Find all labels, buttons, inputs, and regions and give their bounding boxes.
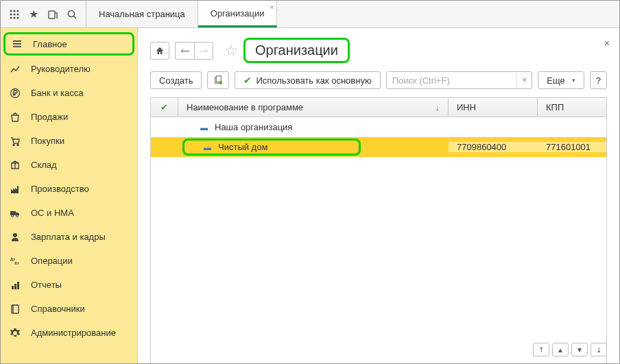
tab-organizations[interactable]: Организации × xyxy=(198,1,278,27)
close-panel-icon[interactable]: × xyxy=(604,38,610,49)
help-label: ? xyxy=(596,75,601,86)
title-highlight: Организации xyxy=(243,38,350,63)
sidebar-item-bank[interactable]: Банк и касса xyxy=(1,81,137,105)
scroll-top-button[interactable]: ⤒ xyxy=(533,343,549,356)
create-button-label: Создать xyxy=(159,75,193,86)
star-icon[interactable]: ★ xyxy=(25,6,42,23)
svg-point-17 xyxy=(17,144,19,145)
svg-text:Кт: Кт xyxy=(14,260,19,265)
back-button[interactable]: 🡐 xyxy=(175,42,194,60)
column-name-label: Наименование в программе xyxy=(187,102,303,112)
home-button[interactable] xyxy=(150,42,169,60)
create-button[interactable]: Создать xyxy=(150,71,202,89)
use-as-main-label: Использовать как основную xyxy=(256,75,371,86)
table-row[interactable]: ▬ Наша организация xyxy=(151,117,606,137)
menu-icon xyxy=(11,38,23,50)
gear-icon xyxy=(9,327,21,339)
column-check[interactable]: ✔ xyxy=(151,98,178,117)
table-row-selected[interactable]: ▬ Чистый дом 7709860400 771601001 xyxy=(151,137,606,157)
sidebar-item-label: Продажи xyxy=(31,112,68,122)
svg-text:+: + xyxy=(219,80,222,84)
svg-rect-25 xyxy=(14,284,16,289)
tab-organizations-label: Организации xyxy=(211,8,265,19)
svg-point-21 xyxy=(13,233,17,237)
use-as-main-button[interactable]: ✔ Использовать как основную xyxy=(235,71,380,89)
row-inn-value: 7709860400 xyxy=(449,142,538,152)
svg-rect-26 xyxy=(17,282,19,289)
sidebar-item-manager[interactable]: Руководителю xyxy=(1,57,137,81)
column-name[interactable]: Наименование в программе ↓ xyxy=(178,98,449,117)
person-icon xyxy=(9,231,21,243)
row-name-label: Чистый дом xyxy=(218,142,267,152)
sidebar-item-production[interactable]: Производство xyxy=(1,177,137,201)
tab-close-icon[interactable]: × xyxy=(270,3,274,11)
apps-icon[interactable] xyxy=(6,6,23,23)
forward-button[interactable]: 🡒 xyxy=(194,42,213,60)
search-icon[interactable] xyxy=(64,6,80,23)
sidebar-item-operations[interactable]: ДтКт Операции xyxy=(1,249,137,273)
reports-icon xyxy=(9,279,21,291)
svg-rect-24 xyxy=(12,286,14,289)
main-header: 🡐 🡒 ☆ Организации xyxy=(138,28,619,70)
help-button[interactable]: ? xyxy=(590,71,607,89)
scroll-bottom-button[interactable]: ⤓ xyxy=(591,343,607,356)
tabs: Начальная страница Организации × xyxy=(86,1,277,27)
search-clear-icon[interactable]: × xyxy=(516,74,529,86)
svg-point-10 xyxy=(69,10,75,16)
sidebar-item-label: Склад xyxy=(31,160,57,170)
scroll-up-button[interactable]: ▲ xyxy=(552,343,569,356)
sidebar-item-warehouse[interactable]: Склад xyxy=(1,153,137,177)
sidebar-item-admin[interactable]: Администрирование xyxy=(1,321,137,345)
main-panel: × 🡐 🡒 ☆ Организации Создать + ✔ Использо… xyxy=(138,28,619,364)
sidebar-item-label: Главное xyxy=(33,39,67,49)
ruble-icon xyxy=(9,87,21,99)
truck-icon xyxy=(9,207,21,219)
sidebar-item-directories[interactable]: Справочники xyxy=(1,297,137,321)
row-name-highlight: ▬ Чистый дом xyxy=(182,138,361,156)
svg-point-1 xyxy=(13,10,15,12)
svg-point-16 xyxy=(13,144,14,145)
toolbar-row: Создать + ✔ Использовать как основную × … xyxy=(138,70,619,97)
svg-line-11 xyxy=(74,16,77,19)
row-name-label: Наша организация xyxy=(215,122,292,132)
factory-icon xyxy=(9,183,21,195)
scroll-down-button[interactable]: ▼ xyxy=(571,343,588,356)
column-inn[interactable]: ИНН xyxy=(449,98,538,117)
column-kpp[interactable]: КПП xyxy=(538,98,606,117)
column-inn-label: ИНН xyxy=(457,102,476,112)
svg-point-8 xyxy=(16,16,19,19)
favorite-star-icon[interactable]: ☆ xyxy=(224,42,238,60)
search-box[interactable]: × xyxy=(386,71,533,89)
sidebar-item-reports[interactable]: Отчеты xyxy=(1,273,137,297)
sidebar-item-label: Покупки xyxy=(31,136,64,146)
svg-rect-9 xyxy=(49,11,55,19)
search-input[interactable] xyxy=(392,75,517,86)
sidebar-item-sales[interactable]: Продажи xyxy=(1,105,137,129)
chart-icon xyxy=(9,63,21,75)
content-area: Главное Руководителю Банк и касса Продаж… xyxy=(1,28,619,364)
table-header: ✔ Наименование в программе ↓ ИНН КПП xyxy=(151,98,606,117)
tab-home[interactable]: Начальная страница xyxy=(86,1,198,27)
sidebar-item-label: Справочники xyxy=(31,304,85,314)
sort-icon: ↓ xyxy=(436,102,440,112)
sidebar-item-label: Отчеты xyxy=(31,280,62,290)
sidebar-item-main[interactable]: Главное xyxy=(3,32,134,56)
svg-point-20 xyxy=(16,215,19,217)
svg-point-6 xyxy=(10,16,12,19)
cart-icon xyxy=(9,135,21,147)
sidebar-item-salary[interactable]: Зарплата и кадры xyxy=(1,225,137,249)
sidebar: Главное Руководителю Банк и касса Продаж… xyxy=(1,28,138,364)
column-kpp-label: КПП xyxy=(546,102,564,112)
more-button[interactable]: Еще xyxy=(538,71,584,89)
bag-icon xyxy=(9,111,21,123)
sidebar-item-purchases[interactable]: Покупки xyxy=(1,129,137,153)
box-icon xyxy=(9,159,21,171)
sidebar-item-assets[interactable]: ОС и НМА xyxy=(1,201,137,225)
copy-button[interactable]: + xyxy=(207,71,229,89)
more-button-label: Еще xyxy=(547,75,564,86)
table: ✔ Наименование в программе ↓ ИНН КПП ▬ Н… xyxy=(150,97,607,364)
history-icon[interactable] xyxy=(45,6,61,23)
svg-point-7 xyxy=(13,16,15,19)
sidebar-item-label: Руководителю xyxy=(31,64,91,74)
sidebar-item-label: Администрирование xyxy=(31,328,116,338)
